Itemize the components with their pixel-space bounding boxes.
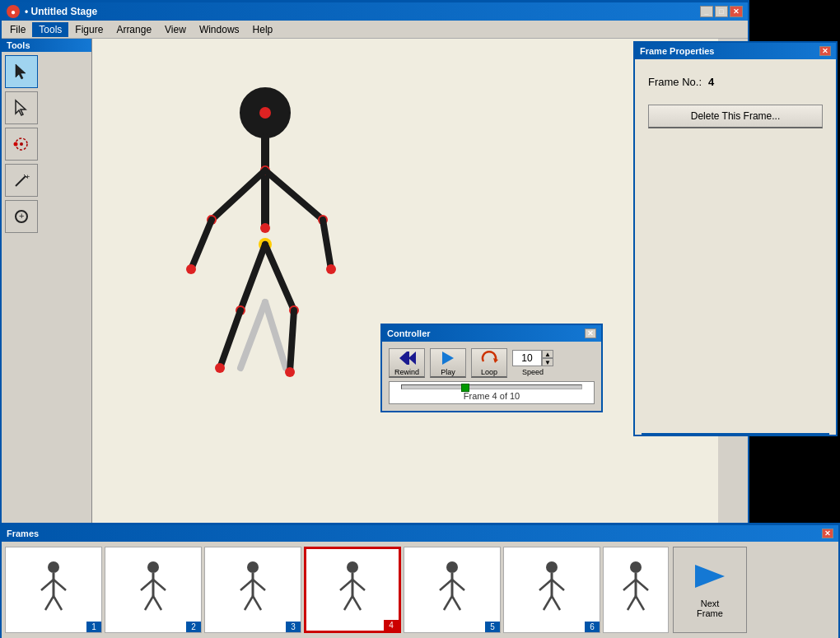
- close-button[interactable]: ✕: [730, 6, 743, 17]
- svg-line-61: [344, 596, 352, 610]
- svg-line-30: [265, 244, 294, 310]
- frames-body: 1 2 3: [2, 542, 838, 638]
- menu-figure[interactable]: Figure: [68, 22, 110, 37]
- rewind-button[interactable]: Rewind: [389, 348, 425, 378]
- svg-line-78: [636, 580, 648, 590]
- frames-title: Frames: [7, 529, 39, 538]
- frame-properties-close-button[interactable]: ✕: [819, 46, 831, 56]
- svg-line-71: [539, 580, 552, 590]
- menu-view[interactable]: View: [158, 22, 193, 37]
- play-label: Play: [441, 368, 455, 376]
- frames-panel: Frames ✕ 1: [0, 523, 840, 638]
- menu-help[interactable]: Help: [246, 22, 280, 37]
- progress-thumb[interactable]: [461, 384, 469, 392]
- frame-2[interactable]: 2: [105, 547, 202, 633]
- loop-button[interactable]: Loop: [471, 348, 507, 378]
- tools-title: Tools: [2, 39, 91, 52]
- select-tool-button[interactable]: [5, 55, 38, 88]
- rewind-label: Rewind: [394, 368, 419, 376]
- svg-line-20: [265, 170, 323, 220]
- svg-point-57: [347, 561, 358, 573]
- svg-point-24: [260, 223, 270, 233]
- frame-properties-title: Frame Properties: [640, 46, 714, 56]
- speed-arrows: ▲ ▼: [542, 350, 553, 366]
- menu-bar: File Tools Figure Arrange View Windows H…: [2, 21, 748, 39]
- frames-title-bar: Frames ✕: [2, 525, 838, 542]
- controller-buttons: Rewind Play Loop: [389, 348, 595, 378]
- svg-line-74: [552, 596, 560, 610]
- speed-label: Speed: [522, 368, 544, 376]
- pointer-tool-button[interactable]: [5, 91, 38, 124]
- svg-point-33: [285, 367, 295, 377]
- controller-progress: Frame 4 of 10: [389, 381, 595, 404]
- svg-line-18: [191, 220, 212, 269]
- speed-up-button[interactable]: ▲: [542, 350, 553, 358]
- svg-line-16: [212, 170, 265, 220]
- frames-close-button[interactable]: ✕: [822, 529, 833, 538]
- rotate-tool-button[interactable]: [5, 128, 38, 161]
- frame-properties-window: Frame Properties ✕ Frame No.: 4 Delete T…: [633, 41, 838, 436]
- frame-4[interactable]: 4: [304, 547, 401, 633]
- speed-input[interactable]: 10: [512, 350, 542, 366]
- frame-properties-body: Frame No.: 4 Delete This Frame...: [635, 59, 836, 145]
- frame-6-number: 6: [585, 622, 600, 632]
- minimize-button[interactable]: _: [700, 6, 713, 17]
- svg-text:+: +: [26, 173, 30, 181]
- next-frame-button[interactable]: NextFrame: [673, 547, 747, 633]
- svg-marker-81: [695, 565, 725, 588]
- svg-line-59: [340, 580, 352, 590]
- svg-point-3: [20, 142, 23, 146]
- controller-close-button[interactable]: ✕: [585, 328, 596, 338]
- frame-number-row: Frame No.: 4: [648, 76, 823, 88]
- svg-line-28: [220, 310, 240, 368]
- frame-4-number: 4: [384, 620, 399, 631]
- frame-progress-label: Frame 4 of 10: [464, 391, 520, 401]
- svg-line-54: [253, 580, 265, 590]
- svg-marker-36: [408, 352, 416, 365]
- menu-file[interactable]: File: [3, 22, 32, 37]
- circle-tool-button[interactable]: +: [5, 200, 38, 233]
- next-frame-label: NextFrame: [697, 598, 723, 618]
- delete-frame-button[interactable]: Delete This Frame...: [648, 105, 823, 128]
- svg-line-55: [245, 596, 253, 610]
- svg-line-53: [240, 580, 253, 590]
- svg-line-22: [323, 220, 331, 269]
- svg-line-66: [452, 580, 464, 590]
- svg-marker-37: [442, 352, 454, 365]
- controller-window: Controller ✕ Rewind: [380, 324, 603, 412]
- svg-line-68: [452, 596, 460, 610]
- svg-line-62: [352, 596, 361, 610]
- speed-input-row: 10 ▲ ▼: [512, 350, 553, 366]
- frame-no-value: 4: [708, 76, 714, 88]
- svg-line-72: [552, 580, 564, 590]
- svg-line-49: [145, 596, 153, 610]
- progress-track: [401, 384, 582, 389]
- svg-line-79: [628, 596, 636, 610]
- svg-line-77: [623, 580, 636, 590]
- stage-area: [92, 39, 718, 529]
- svg-point-29: [215, 363, 225, 373]
- controller-body: Rewind Play Loop: [382, 342, 601, 411]
- menu-arrange[interactable]: Arrange: [110, 22, 158, 37]
- svg-line-73: [544, 596, 552, 610]
- frame-5[interactable]: 5: [404, 547, 501, 633]
- frame-5-number: 5: [485, 622, 500, 632]
- frame-7[interactable]: [603, 547, 669, 633]
- svg-point-75: [630, 561, 642, 573]
- frame-6[interactable]: 6: [503, 547, 600, 633]
- speed-down-button[interactable]: ▼: [542, 358, 553, 366]
- svg-marker-34: [399, 352, 407, 365]
- play-button[interactable]: Play: [430, 348, 466, 378]
- svg-line-42: [54, 580, 66, 590]
- draw-tool-button[interactable]: +: [5, 164, 38, 197]
- frame-3-number: 3: [286, 622, 301, 632]
- maximize-button[interactable]: □: [715, 6, 728, 17]
- frame-1[interactable]: 1: [5, 547, 102, 633]
- menu-tools[interactable]: Tools: [32, 22, 68, 37]
- frame-3[interactable]: 3: [204, 547, 301, 633]
- svg-line-41: [41, 580, 54, 590]
- frame-2-number: 2: [186, 622, 201, 632]
- menu-windows[interactable]: Windows: [193, 22, 246, 37]
- speed-control: 10 ▲ ▼ Speed: [512, 350, 553, 376]
- svg-line-80: [636, 596, 644, 610]
